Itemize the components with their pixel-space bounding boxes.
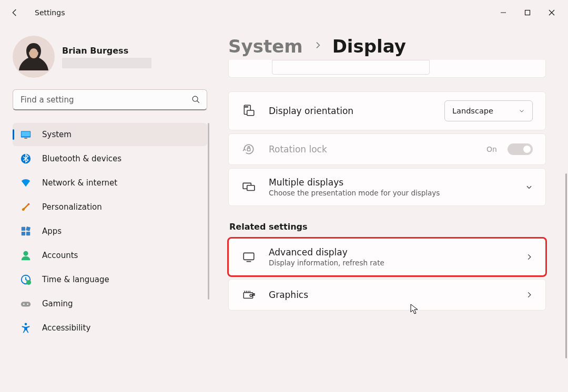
brush-icon [20, 201, 32, 213]
chevron-right-icon [525, 291, 533, 298]
nav-item-personalization[interactable]: Personalization [13, 195, 207, 219]
svg-point-11 [28, 203, 30, 205]
orientation-dropdown[interactable]: Landscape [444, 100, 533, 121]
card-display-orientation: Display orientation Landscape [228, 91, 546, 130]
rotation-toggle [508, 143, 533, 155]
card-multiple-displays[interactable]: Multiple displays Choose the presentatio… [228, 168, 546, 206]
breadcrumb: System Display [228, 36, 546, 57]
maximize-button[interactable] [515, 4, 540, 21]
search-input[interactable] [21, 95, 191, 105]
breadcrumb-parent[interactable]: System [228, 36, 303, 57]
nav-label: Apps [42, 226, 62, 236]
accounts-icon [20, 250, 32, 261]
svg-point-25 [245, 107, 246, 107]
multiple-displays-sub: Choose the presentation mode for your di… [269, 189, 513, 197]
graphics-icon [241, 288, 256, 302]
nav-label: Gaming [42, 299, 73, 308]
graphics-title: Graphics [269, 290, 513, 300]
svg-point-22 [25, 323, 27, 325]
chevron-right-icon [525, 253, 533, 261]
multiple-displays-icon [241, 180, 256, 194]
nav-label: Accessibility [42, 323, 90, 333]
svg-rect-12 [22, 227, 25, 231]
svg-rect-14 [22, 232, 25, 235]
nav-label: Time & language [42, 275, 109, 284]
svg-point-27 [247, 107, 248, 107]
search-icon [191, 95, 200, 104]
rotation-lock-icon [241, 142, 256, 156]
sidebar-scrollbar[interactable] [208, 123, 209, 300]
profile-meta-redacted [62, 58, 151, 68]
nav-label: Personalization [42, 202, 102, 212]
svg-rect-15 [26, 232, 30, 235]
svg-point-5 [192, 96, 198, 101]
apps-icon [20, 225, 32, 237]
profile-name: Brian Burgess [62, 46, 208, 56]
svg-point-20 [23, 304, 25, 305]
svg-rect-30 [247, 185, 255, 191]
svg-point-18 [26, 280, 31, 285]
nav-item-system[interactable]: System [13, 123, 207, 146]
multiple-displays-title: Multiple displays [269, 177, 513, 188]
svg-rect-1 [525, 11, 530, 15]
page-scrollbar[interactable] [565, 173, 567, 358]
avatar [13, 36, 55, 78]
card-advanced-display[interactable]: Advanced display Display information, re… [228, 238, 546, 276]
system-icon [20, 129, 32, 140]
back-button[interactable] [4, 2, 25, 23]
svg-rect-8 [22, 132, 31, 137]
accessibility-icon [20, 322, 32, 334]
window-title: Settings [35, 8, 65, 17]
orientation-icon [241, 104, 256, 118]
orientation-value: Landscape [452, 107, 493, 115]
chevron-right-icon [313, 41, 322, 51]
titlebar: Settings [0, 0, 568, 25]
breadcrumb-current: Display [332, 36, 406, 57]
rotation-lock-label: Rotation lock [269, 144, 474, 154]
bluetooth-icon [20, 153, 32, 164]
close-button[interactable] [540, 4, 564, 21]
nav-item-accessibility[interactable]: Accessibility [13, 316, 207, 339]
related-settings-heading: Related settings [229, 222, 546, 232]
nav-item-gaming[interactable]: Gaming [13, 292, 207, 315]
sidebar: Brian Burgess System Bluetooth & devi [0, 25, 216, 392]
orientation-label: Display orientation [269, 106, 432, 116]
svg-rect-39 [253, 294, 255, 295]
nav-list: System Bluetooth & devices Network & int… [13, 123, 207, 339]
svg-rect-31 [244, 253, 254, 260]
advanced-display-title: Advanced display [269, 247, 513, 257]
card-partial-top [228, 60, 546, 78]
svg-point-16 [23, 251, 28, 256]
content-area: System Display Display orientation [216, 25, 568, 392]
wifi-icon [20, 177, 32, 189]
nav-item-accounts[interactable]: Accounts [13, 244, 207, 267]
svg-line-6 [197, 101, 199, 103]
nav-item-time[interactable]: Time & language [13, 268, 207, 291]
nav-label: System [42, 130, 72, 139]
window-controls [491, 4, 564, 21]
card-graphics[interactable]: Graphics [228, 279, 546, 311]
svg-rect-19 [21, 302, 31, 306]
advanced-display-sub: Display information, refresh rate [269, 259, 513, 267]
svg-point-38 [250, 294, 252, 296]
nav-label: Accounts [42, 251, 78, 260]
minimize-button[interactable] [491, 4, 515, 21]
gaming-icon [20, 298, 32, 310]
svg-point-21 [27, 304, 28, 305]
svg-rect-33 [244, 293, 252, 298]
nav-label: Bluetooth & devices [42, 154, 121, 163]
nav-item-network[interactable]: Network & internet [13, 171, 207, 194]
search-box[interactable] [13, 89, 207, 110]
chevron-down-icon [525, 183, 533, 191]
svg-point-26 [246, 107, 247, 107]
svg-rect-28 [247, 148, 250, 151]
svg-rect-13 [26, 226, 31, 231]
card-rotation-lock: Rotation lock On [228, 133, 546, 165]
svg-rect-9 [24, 138, 27, 138]
nav-item-apps[interactable]: Apps [13, 220, 207, 243]
nav-label: Network & internet [42, 178, 117, 188]
profile-block[interactable]: Brian Burgess [13, 36, 208, 78]
chevron-down-icon [519, 108, 525, 114]
nav-item-bluetooth[interactable]: Bluetooth & devices [13, 147, 207, 170]
svg-rect-24 [247, 110, 254, 116]
